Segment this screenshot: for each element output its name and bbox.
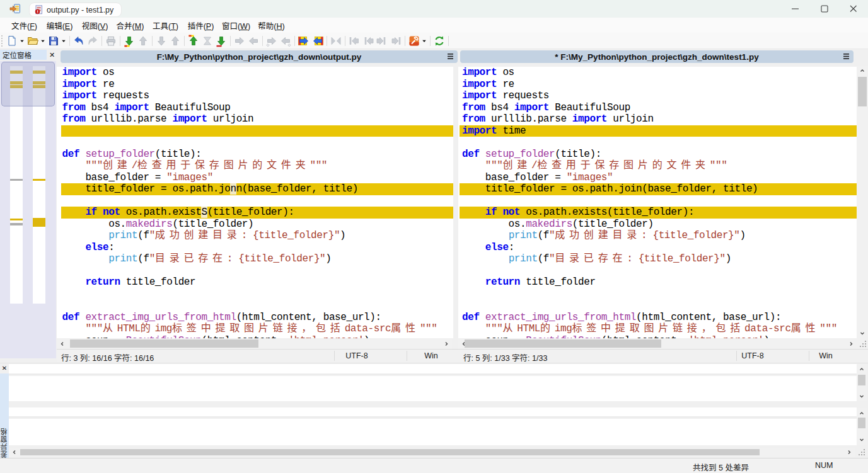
copy-right-button[interactable] xyxy=(233,34,246,48)
scrollbar-thumb[interactable] xyxy=(858,375,865,385)
code-area-left[interactable]: import osimport reimport requestsfrom bs… xyxy=(57,67,453,338)
code-line: import requests xyxy=(61,90,453,102)
document-tab[interactable]: output.py - test1.py xyxy=(29,3,122,17)
location-diff-mark xyxy=(10,223,23,225)
v-scrollbar-diff-bottom[interactable] xyxy=(857,408,867,445)
code-line xyxy=(61,288,453,300)
scroll-down-button[interactable] xyxy=(857,392,867,401)
copy-left-button[interactable] xyxy=(246,34,260,48)
location-diff-mark xyxy=(10,179,23,181)
new-button[interactable] xyxy=(5,34,18,48)
options-button[interactable] xyxy=(407,34,420,48)
menu-item-window[interactable]: 窗口(W) xyxy=(221,20,252,31)
code-lines-right: import osimport reimport requestsfrom bs… xyxy=(460,67,857,338)
scroll-right-button[interactable] xyxy=(847,338,855,349)
menu-item-help[interactable]: 帮助(H) xyxy=(256,20,287,31)
v-scrollbar-diff-top[interactable] xyxy=(857,364,867,401)
scrollbar-thumb[interactable] xyxy=(20,449,760,455)
new-dropdown[interactable] xyxy=(19,34,25,48)
scroll-up-button[interactable] xyxy=(857,409,867,418)
code-area-right[interactable]: import osimport reimport requestsfrom bs… xyxy=(458,67,857,338)
location-view-region[interactable] xyxy=(1,62,55,106)
document-icon xyxy=(35,5,43,14)
current-difference-button[interactable] xyxy=(200,34,214,48)
goto-next-diff-left-button[interactable] xyxy=(361,34,374,48)
copy-left-advance-button[interactable] xyxy=(279,34,292,48)
diff-pane-close-button[interactable]: ✕ xyxy=(1,364,8,372)
next-difference-button[interactable] xyxy=(122,34,136,48)
scroll-left-button[interactable] xyxy=(58,338,67,349)
file-header-left[interactable]: F:\My_Python\python_project\gzh_down\out… xyxy=(61,50,458,63)
scroll-down-button[interactable] xyxy=(857,329,868,338)
code-line: def extract_img_urls_from_html(html_cont… xyxy=(61,312,453,324)
code-line: import requests xyxy=(460,90,857,102)
auto-merge-button[interactable] xyxy=(329,34,342,48)
resize-grip[interactable] xyxy=(857,338,868,349)
menu-item-tools[interactable]: 工具(T) xyxy=(150,20,181,31)
diff-pane-resize-grip[interactable] xyxy=(857,448,866,457)
scroll-right-button[interactable] xyxy=(845,448,854,457)
scrollbar-thumb[interactable] xyxy=(858,77,867,106)
redo-button[interactable] xyxy=(86,34,99,48)
scroll-left-button[interactable] xyxy=(10,448,19,457)
code-line: import os xyxy=(460,67,857,79)
options-dropdown[interactable] xyxy=(421,34,427,48)
v-scrollbar-right[interactable] xyxy=(857,66,868,338)
code-line: print(f"目录已存在: {title_folder}") xyxy=(460,253,857,265)
diff-pane-content-top[interactable] xyxy=(9,376,857,401)
h-scrollbar-diff-pane[interactable] xyxy=(9,448,855,457)
print-button[interactable] xyxy=(104,34,117,48)
close-button[interactable] xyxy=(839,0,868,18)
refresh-button[interactable] xyxy=(432,34,446,48)
first-difference-button[interactable] xyxy=(187,34,200,48)
open-button[interactable] xyxy=(26,34,39,48)
maximize-button[interactable] xyxy=(810,0,839,18)
location-pane-close-button[interactable]: ✕ xyxy=(47,50,57,60)
menu-item-merge[interactable]: 合并(M) xyxy=(115,20,146,31)
goto-prev-diff-left-button[interactable] xyxy=(347,34,361,48)
code-line: print(f"成功创建目录: {title_folder}") xyxy=(460,230,857,242)
copy-all-right-button[interactable] xyxy=(297,34,310,48)
previous-conflict-button[interactable] xyxy=(168,34,182,48)
h-scrollbar-right[interactable] xyxy=(458,338,857,349)
scrollbar-thumb[interactable] xyxy=(70,339,258,348)
toolbar-separator xyxy=(448,36,449,46)
toolbar-separator xyxy=(430,36,431,46)
minimize-button[interactable] xyxy=(781,0,810,18)
code-line: import re xyxy=(460,79,857,91)
scroll-up-button[interactable] xyxy=(857,66,868,75)
code-line: base_folder = "images" xyxy=(460,172,857,184)
file-header-right[interactable]: * F:\My_Python\python_project\gzh_down\t… xyxy=(460,50,854,63)
code-line xyxy=(460,195,857,207)
code-line xyxy=(61,265,453,277)
last-difference-button[interactable] xyxy=(214,34,228,48)
next-conflict-button[interactable] xyxy=(154,34,168,48)
goto-prev-diff-right-button[interactable] xyxy=(375,34,388,48)
open-dropdown[interactable] xyxy=(40,34,45,48)
goto-next-diff-right-button[interactable] xyxy=(389,34,402,48)
toolbar-separator xyxy=(69,36,70,46)
save-button[interactable] xyxy=(47,34,60,48)
scrollbar-thumb[interactable] xyxy=(465,339,661,348)
code-line: else: xyxy=(460,242,857,254)
menu-item-file[interactable]: 文件(F) xyxy=(9,20,40,31)
encoding-right: UTF-8 xyxy=(741,351,763,360)
menu-item-view[interactable]: 视图(V) xyxy=(79,20,110,31)
copy-right-advance-button[interactable] xyxy=(265,34,278,48)
scroll-up-button[interactable] xyxy=(857,365,867,373)
scrollbar-thumb[interactable] xyxy=(858,418,865,428)
previous-difference-button[interactable] xyxy=(136,34,149,48)
header-menu-icon[interactable] xyxy=(843,53,849,60)
toolbar xyxy=(0,33,868,49)
undo-button[interactable] xyxy=(72,34,85,48)
header-menu-icon[interactable] xyxy=(448,53,453,60)
save-dropdown[interactable] xyxy=(61,34,66,48)
diff-line: if not os.path.exists(title_folder): xyxy=(460,207,857,219)
h-scrollbar-left[interactable] xyxy=(57,338,452,349)
scroll-down-button[interactable] xyxy=(857,435,867,444)
menu-item-plugins[interactable]: 插件(P) xyxy=(185,20,216,31)
copy-all-left-button[interactable] xyxy=(311,34,324,48)
menu-item-edit[interactable]: 编辑(E) xyxy=(44,20,75,31)
diff-pane-content-bottom[interactable] xyxy=(9,419,857,445)
scroll-right-button[interactable] xyxy=(442,338,451,349)
